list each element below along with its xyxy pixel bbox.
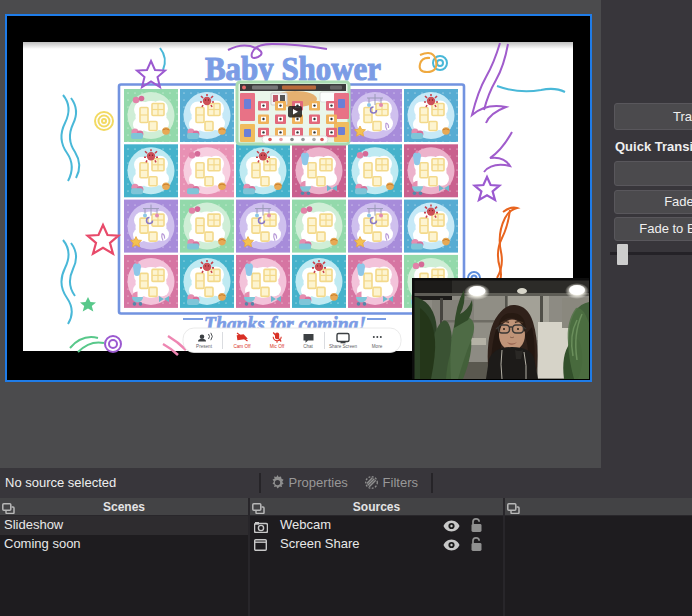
svg-text:Present: Present (196, 344, 213, 349)
svg-text:Share Screen: Share Screen (329, 344, 358, 349)
svg-text:Cam Off: Cam Off (233, 344, 251, 349)
svg-text:Chat: Chat (303, 344, 313, 349)
svg-text:More: More (372, 344, 383, 349)
svg-text:Mic Off: Mic Off (270, 344, 285, 349)
